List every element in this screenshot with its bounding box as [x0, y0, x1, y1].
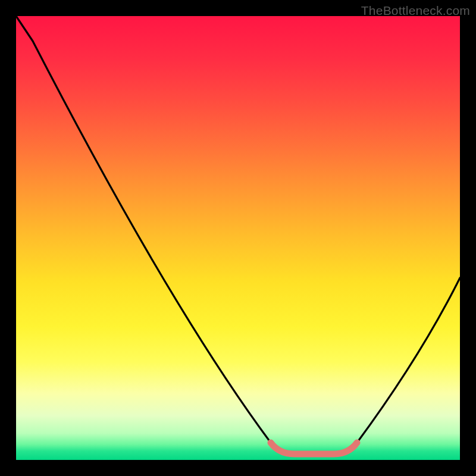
chart-stage: TheBottleneck.com [0, 0, 476, 476]
bottleneck-curve [16, 16, 460, 454]
accent-trough [271, 443, 357, 454]
watermark-text: TheBottleneck.com [361, 4, 470, 18]
plot-layer [16, 16, 460, 460]
